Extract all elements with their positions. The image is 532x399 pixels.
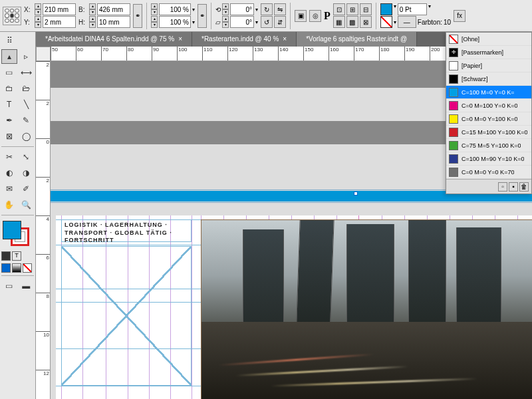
y-step-up[interactable]: ▴ (35, 16, 41, 22)
image-frame[interactable] (201, 219, 532, 399)
direct-select-tool-icon[interactable]: ▹ (19, 49, 35, 64)
center-content-icon[interactable]: ⊟ (360, 3, 372, 15)
swatch-row[interactable]: C=75 M=5 Y=100 K=0 (446, 139, 531, 152)
y-input[interactable] (43, 16, 76, 28)
swatch-name: C=100 M=0 Y=0 K= (462, 89, 514, 96)
fill-dropdown-icon[interactable]: ▾ (394, 3, 396, 15)
stroke-style-icon[interactable]: — (398, 16, 416, 28)
swatch-chip (449, 128, 458, 137)
type-tool-icon[interactable]: T (1, 97, 17, 112)
rotate-ccw-icon[interactable]: ↺ (261, 16, 273, 28)
close-icon[interactable]: × (178, 32, 182, 47)
note-tool-icon[interactable]: ✉ (1, 182, 17, 196)
auto-fit-icon[interactable]: ⊠ (360, 16, 372, 28)
swatch-row[interactable]: C=100 M=0 Y=0 K= (446, 86, 531, 99)
select-content-icon[interactable]: ◎ (309, 10, 321, 22)
zoom-tool-icon[interactable]: 🔍 (19, 198, 35, 212)
swatch-name: C=15 M=100 Y=100 K=0 (462, 129, 527, 136)
text-frame[interactable]: LOGISTIK · LAGERHALTUNG · TRANSPORT · GL… (61, 219, 192, 242)
new-swatch-icon[interactable]: ▪ (509, 182, 518, 192)
paragraph-style-icon[interactable]: P (324, 10, 331, 22)
toolbox: ⠿ ▴▹ ▭⟷ 🗀🗁 T╲ ✒✎ ⊠◯ ✂⤡ ◐◑ ✉✐ ✋🔍 T ▭▬ (0, 32, 36, 399)
reference-point-widget[interactable] (3, 7, 21, 25)
stroke-weight-input[interactable] (398, 3, 427, 15)
fill-stroke-widget[interactable] (1, 221, 33, 247)
empty-graphic-frame[interactable] (61, 246, 192, 386)
scale-x-input[interactable] (159, 3, 191, 15)
swatch-row[interactable]: C=0 M=100 Y=0 K=0 (446, 99, 531, 112)
rotate-icon: ⟲ (215, 6, 221, 13)
y-step-down[interactable]: ▾ (35, 22, 41, 28)
flip-v-icon[interactable]: ⇵ (274, 16, 286, 28)
x-input[interactable] (43, 3, 76, 15)
x-step-down[interactable]: ▾ (35, 9, 41, 15)
document-tab[interactable]: *Vorlage 6 spaltiges Raster.indt @ (297, 32, 417, 47)
swatch-chip (449, 168, 458, 177)
swatch-name: [Passermarken] (462, 49, 503, 56)
ruler-origin[interactable] (36, 47, 51, 61)
fill-swatch[interactable] (3, 221, 21, 239)
selection-tool-icon[interactable]: ▴ (1, 49, 17, 64)
flip-h-icon[interactable]: ⇋ (274, 3, 286, 15)
fit-content-icon[interactable]: ⊡ (333, 3, 345, 15)
eyedropper-tool-icon[interactable]: ✐ (19, 182, 35, 196)
gradient-feather-icon[interactable]: ◑ (19, 166, 35, 180)
ellipse-tool-icon[interactable]: ◯ (19, 129, 35, 144)
formatting-text-icon[interactable]: T (12, 251, 21, 261)
selection-handle[interactable] (354, 192, 358, 196)
content-placer-icon[interactable]: 🗁 (19, 81, 35, 96)
free-transform-icon[interactable]: ⤡ (19, 150, 35, 164)
rectangle-frame-tool-icon[interactable]: ⊠ (1, 129, 17, 144)
swatch-row[interactable]: C=100 M=90 Y=10 K=0 (446, 152, 531, 166)
document-tab[interactable]: *Arbeitsdatei DINA4 6 Spalten.indd @ 75 … (36, 32, 192, 47)
line-tool-icon[interactable]: ╲ (19, 97, 35, 112)
pen-tool-icon[interactable]: ✒ (1, 113, 17, 128)
view-mode-normal-icon[interactable]: ▭ (1, 279, 17, 293)
swatch-row[interactable]: C=15 M=100 Y=100 K=0 (446, 126, 531, 139)
new-swatch-icon[interactable]: ▫ (498, 182, 507, 192)
close-icon[interactable]: × (283, 32, 287, 47)
rotation-input[interactable] (230, 3, 254, 15)
apply-none-btn[interactable] (23, 263, 32, 273)
farbton-label: Farbton: (418, 19, 442, 26)
vertical-ruler[interactable]: 22024681012 (36, 61, 51, 399)
x-step-up[interactable]: ▴ (35, 3, 41, 9)
swatch-row[interactable]: [Papier] (446, 59, 531, 72)
swatch-row[interactable]: [Schwarz] (446, 72, 531, 86)
apply-color-btn[interactable] (1, 263, 11, 273)
fit-frame-icon[interactable]: ⊞ (346, 3, 358, 15)
width-input[interactable] (97, 3, 130, 15)
scissors-tool-icon[interactable]: ✂ (1, 150, 17, 164)
swatch-row[interactable]: [Ohne] (446, 33, 531, 46)
document-tab[interactable]: *Rasterarten.indd @ 40 %× (192, 32, 297, 47)
fill-frame-icon[interactable]: ▦ (333, 16, 345, 28)
effects-icon[interactable]: fx (454, 10, 466, 22)
gap-tool-icon[interactable]: ⟷ (19, 65, 35, 80)
hand-tool-icon[interactable]: ✋ (1, 198, 17, 212)
constrain-proportions-icon[interactable]: ⚭ (133, 4, 142, 28)
scale-y-input[interactable] (159, 16, 191, 28)
swatch-name: C=0 M=100 Y=0 K=0 (462, 102, 517, 109)
swatch-row[interactable]: C=0 M=0 Y=0 K=70 (446, 166, 531, 179)
apply-gradient-btn[interactable] (12, 263, 21, 273)
page-tool-icon[interactable]: ▭ (1, 65, 17, 80)
fill-color-chip[interactable] (380, 3, 392, 15)
grabber-icon[interactable]: ⠿ (1, 33, 17, 48)
constrain-scale-icon[interactable]: ⚭ (198, 4, 207, 28)
shear-input[interactable] (230, 16, 254, 28)
select-container-icon[interactable]: ▣ (295, 10, 307, 22)
fit-prop-icon[interactable]: ▩ (346, 16, 358, 28)
gradient-swatch-icon[interactable]: ◐ (1, 166, 17, 180)
pencil-tool-icon[interactable]: ✎ (19, 113, 35, 128)
apply-color-icon[interactable] (1, 251, 11, 261)
swatch-row[interactable]: [Passermarken] (446, 46, 531, 59)
stroke-color-chip[interactable] (380, 16, 392, 28)
content-collector-icon[interactable]: 🗀 (1, 81, 17, 96)
view-mode-preview-icon[interactable]: ▬ (19, 279, 35, 293)
rotate-cw-icon[interactable]: ↻ (261, 3, 273, 15)
height-input[interactable] (97, 16, 130, 28)
swatches-panel: [Ohne][Passermarken][Papier][Schwarz]C=1… (446, 32, 532, 194)
swatch-chip (449, 114, 458, 124)
delete-swatch-icon[interactable]: 🗑 (519, 182, 529, 192)
swatch-row[interactable]: C=0 M=0 Y=100 K=0 (446, 112, 531, 126)
